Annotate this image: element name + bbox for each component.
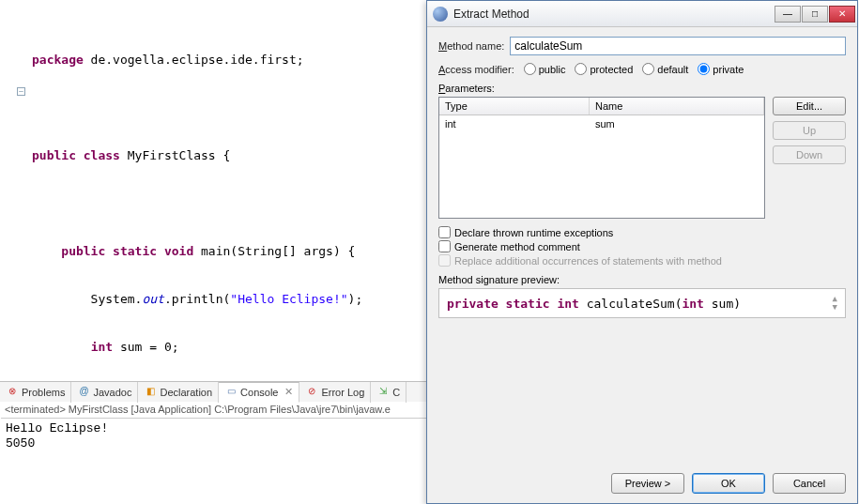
out-field: out [142, 292, 163, 306]
parameters-table[interactable]: Type Name int sum [438, 97, 765, 219]
console-output: Hello Eclipse! 5050 [0, 420, 427, 502]
extract-method-dialog: Extract Method — □ ✕ Method name: Access… [426, 0, 858, 504]
dialog-titlebar[interactable]: Extract Method — □ ✕ [427, 1, 857, 27]
scroll-arrows-icon[interactable]: ▲▼ [833, 295, 837, 312]
tab-javadoc[interactable]: @Javadoc [71, 382, 138, 403]
col-name[interactable]: Name [590, 98, 764, 115]
kw-int: int [91, 340, 113, 354]
radio-default[interactable]: default [642, 63, 688, 75]
javadoc-icon: @ [77, 386, 90, 399]
cancel-button[interactable]: Cancel [773, 473, 846, 494]
radio-private[interactable]: private [698, 63, 744, 75]
up-button: Up [773, 121, 846, 140]
minimize-button[interactable]: — [775, 6, 801, 23]
maximize-button[interactable]: □ [802, 6, 828, 23]
code-editor[interactable]: − package de.vogella.eclipse.ide.first; … [0, 0, 427, 380]
kw-public: public [32, 148, 76, 162]
chk-comment[interactable]: Generate method comment [438, 240, 846, 252]
method-name-input[interactable] [510, 37, 846, 55]
eclipse-icon [433, 7, 448, 22]
kw-public2: public [61, 244, 105, 258]
down-button: Down [773, 145, 846, 164]
kw-void: void [164, 244, 193, 258]
access-modifier-label: Access modifier: [438, 64, 514, 75]
edit-button[interactable]: Edit... [773, 97, 846, 115]
tab-more[interactable]: ⇲C [371, 382, 406, 403]
println-post: ); [348, 292, 363, 306]
problems-icon: ⊗ [6, 386, 19, 399]
pkg-name: de.vogella.eclipse.ide.first; [84, 53, 304, 67]
close-icon[interactable]: ✕ [284, 386, 293, 398]
fold-icon[interactable]: − [17, 87, 25, 96]
kw-package: package [32, 53, 84, 67]
cell-type: int [439, 115, 590, 132]
signature-preview: private static int calculateSum(int sum)… [438, 288, 846, 318]
ok-button[interactable]: OK [692, 473, 765, 494]
hello-str: "Hello Eclipse!" [230, 292, 347, 306]
tab-declaration[interactable]: ◧Declaration [138, 382, 219, 403]
kw-class: class [84, 148, 120, 162]
chk-throw[interactable]: Declare thrown runtime exceptions [438, 226, 846, 238]
tab-problems[interactable]: ⊗Problems [0, 382, 71, 403]
tab-errorlog[interactable]: ⊘Error Log [299, 382, 371, 403]
println-pre: System. [32, 292, 142, 306]
dialog-title: Extract Method [453, 8, 774, 21]
radio-protected[interactable]: protected [575, 63, 633, 75]
radio-public[interactable]: public [524, 63, 566, 75]
callhier-icon: ⇲ [376, 386, 390, 399]
parameters-label: Parameters: [438, 83, 846, 94]
kw-static: static [113, 244, 157, 258]
console-icon: ▭ [224, 386, 238, 399]
console-status: <terminated> MyFirstClass [Java Applicat… [1, 403, 428, 419]
col-type[interactable]: Type [439, 98, 590, 115]
println-mid: .println( [164, 292, 230, 306]
tab-console[interactable]: ▭Console ✕ [219, 382, 299, 403]
method-name-label: Method name: [438, 40, 504, 52]
class-name: MyFirstClass { [120, 148, 230, 162]
main-sig: main(String[] args) { [193, 244, 355, 258]
table-row[interactable]: int sum [439, 115, 764, 132]
declaration-icon: ◧ [144, 386, 157, 399]
cell-name: sum [590, 115, 764, 132]
errorlog-icon: ⊘ [305, 386, 318, 399]
views-tabbar: ⊗Problems @Javadoc ◧Declaration ▭Console… [0, 381, 427, 402]
sum-decl: sum = 0; [113, 340, 178, 354]
signature-preview-label: Method signature preview: [438, 274, 846, 285]
gutter: − [0, 4, 26, 379]
chk-replace: Replace additional occurrences of statem… [438, 254, 846, 267]
preview-button[interactable]: Preview > [611, 473, 684, 494]
close-button[interactable]: ✕ [829, 6, 855, 23]
